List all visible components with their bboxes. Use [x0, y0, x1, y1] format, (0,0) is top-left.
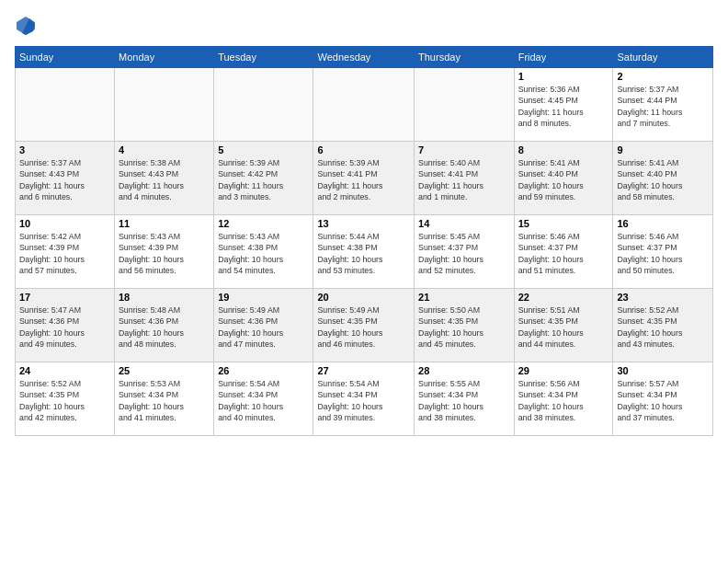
- calendar-cell: 7Sunrise: 5:40 AM Sunset: 4:41 PM Daylig…: [415, 142, 515, 215]
- weekday-header-wednesday: Wednesday: [313, 47, 415, 68]
- day-number: 21: [418, 292, 510, 303]
- day-number: 1: [518, 71, 609, 82]
- day-number: 27: [317, 365, 410, 376]
- calendar-cell: 4Sunrise: 5:38 AM Sunset: 4:43 PM Daylig…: [115, 142, 214, 215]
- day-info: Sunrise: 5:49 AM Sunset: 4:36 PM Dayligh…: [218, 304, 309, 350]
- day-info: Sunrise: 5:52 AM Sunset: 4:35 PM Dayligh…: [19, 378, 110, 423]
- page: SundayMondayTuesdayWednesdayThursdayFrid…: [0, 0, 728, 563]
- calendar-cell: 26Sunrise: 5:54 AM Sunset: 4:34 PM Dayli…: [214, 362, 313, 436]
- calendar-cell: 16Sunrise: 5:46 AM Sunset: 4:37 PM Dayli…: [613, 215, 713, 289]
- day-number: 6: [317, 144, 410, 155]
- day-number: 9: [617, 144, 709, 155]
- day-number: 15: [518, 218, 609, 229]
- day-info: Sunrise: 5:39 AM Sunset: 4:41 PM Dayligh…: [317, 157, 410, 202]
- weekday-header-sunday: Sunday: [16, 47, 115, 68]
- day-number: 23: [617, 292, 709, 303]
- calendar-cell: 9Sunrise: 5:41 AM Sunset: 4:40 PM Daylig…: [613, 142, 713, 215]
- weekday-header-saturday: Saturday: [613, 47, 713, 68]
- day-number: 14: [418, 218, 510, 229]
- day-number: 18: [119, 292, 210, 303]
- day-number: 11: [119, 218, 210, 229]
- day-info: Sunrise: 5:37 AM Sunset: 4:43 PM Dayligh…: [19, 157, 110, 202]
- calendar-cell: 22Sunrise: 5:51 AM Sunset: 4:35 PM Dayli…: [514, 289, 613, 362]
- day-info: Sunrise: 5:57 AM Sunset: 4:34 PM Dayligh…: [617, 378, 709, 423]
- day-info: Sunrise: 5:46 AM Sunset: 4:37 PM Dayligh…: [518, 231, 609, 276]
- day-info: Sunrise: 5:37 AM Sunset: 4:44 PM Dayligh…: [617, 84, 709, 129]
- day-info: Sunrise: 5:44 AM Sunset: 4:38 PM Dayligh…: [317, 231, 410, 276]
- day-number: 19: [218, 292, 309, 303]
- weekday-header-thursday: Thursday: [415, 47, 515, 68]
- day-info: Sunrise: 5:40 AM Sunset: 4:41 PM Dayligh…: [418, 157, 510, 202]
- calendar-cell: 6Sunrise: 5:39 AM Sunset: 4:41 PM Daylig…: [313, 142, 415, 215]
- day-number: 2: [617, 71, 709, 82]
- day-number: 13: [317, 218, 410, 229]
- header: [15, 15, 713, 37]
- week-row-3: 10Sunrise: 5:42 AM Sunset: 4:39 PM Dayli…: [16, 215, 713, 289]
- logo: [15, 15, 40, 37]
- day-number: 16: [617, 218, 709, 229]
- day-number: 26: [218, 365, 309, 376]
- calendar-cell: [115, 68, 214, 142]
- calendar-cell: 21Sunrise: 5:50 AM Sunset: 4:35 PM Dayli…: [415, 289, 515, 362]
- calendar-cell: 28Sunrise: 5:55 AM Sunset: 4:34 PM Dayli…: [415, 362, 515, 436]
- calendar-cell: 17Sunrise: 5:47 AM Sunset: 4:36 PM Dayli…: [16, 289, 115, 362]
- day-number: 28: [418, 365, 510, 376]
- weekday-header-row: SundayMondayTuesdayWednesdayThursdayFrid…: [16, 47, 713, 68]
- calendar-cell: 10Sunrise: 5:42 AM Sunset: 4:39 PM Dayli…: [16, 215, 115, 289]
- weekday-header-friday: Friday: [514, 47, 613, 68]
- day-number: 22: [518, 292, 609, 303]
- day-info: Sunrise: 5:56 AM Sunset: 4:34 PM Dayligh…: [518, 378, 609, 423]
- day-number: 8: [518, 144, 609, 155]
- calendar-cell: [16, 68, 115, 142]
- week-row-2: 3Sunrise: 5:37 AM Sunset: 4:43 PM Daylig…: [16, 142, 713, 215]
- day-number: 24: [19, 365, 110, 376]
- calendar-cell: 27Sunrise: 5:54 AM Sunset: 4:34 PM Dayli…: [313, 362, 415, 436]
- calendar-cell: 14Sunrise: 5:45 AM Sunset: 4:37 PM Dayli…: [415, 215, 515, 289]
- day-info: Sunrise: 5:51 AM Sunset: 4:35 PM Dayligh…: [518, 304, 609, 350]
- day-number: 25: [119, 365, 210, 376]
- calendar-cell: 12Sunrise: 5:43 AM Sunset: 4:38 PM Dayli…: [214, 215, 313, 289]
- day-info: Sunrise: 5:46 AM Sunset: 4:37 PM Dayligh…: [617, 231, 709, 276]
- calendar-cell: 2Sunrise: 5:37 AM Sunset: 4:44 PM Daylig…: [613, 68, 713, 142]
- day-info: Sunrise: 5:38 AM Sunset: 4:43 PM Dayligh…: [119, 157, 210, 202]
- calendar-cell: 24Sunrise: 5:52 AM Sunset: 4:35 PM Dayli…: [16, 362, 115, 436]
- calendar-cell: 8Sunrise: 5:41 AM Sunset: 4:40 PM Daylig…: [514, 142, 613, 215]
- calendar-cell: 18Sunrise: 5:48 AM Sunset: 4:36 PM Dayli…: [115, 289, 214, 362]
- calendar-header: SundayMondayTuesdayWednesdayThursdayFrid…: [16, 47, 713, 68]
- day-info: Sunrise: 5:36 AM Sunset: 4:45 PM Dayligh…: [518, 84, 609, 129]
- calendar-cell: [313, 68, 415, 142]
- calendar-cell: [415, 68, 515, 142]
- calendar-cell: 13Sunrise: 5:44 AM Sunset: 4:38 PM Dayli…: [313, 215, 415, 289]
- day-info: Sunrise: 5:53 AM Sunset: 4:34 PM Dayligh…: [119, 378, 210, 423]
- day-number: 10: [19, 218, 110, 229]
- calendar-cell: 15Sunrise: 5:46 AM Sunset: 4:37 PM Dayli…: [514, 215, 613, 289]
- calendar-cell: 3Sunrise: 5:37 AM Sunset: 4:43 PM Daylig…: [16, 142, 115, 215]
- day-info: Sunrise: 5:54 AM Sunset: 4:34 PM Dayligh…: [218, 378, 309, 423]
- weekday-header-monday: Monday: [115, 47, 214, 68]
- week-row-4: 17Sunrise: 5:47 AM Sunset: 4:36 PM Dayli…: [16, 289, 713, 362]
- calendar-body: 1Sunrise: 5:36 AM Sunset: 4:45 PM Daylig…: [16, 68, 713, 436]
- day-info: Sunrise: 5:49 AM Sunset: 4:35 PM Dayligh…: [317, 304, 410, 350]
- weekday-header-tuesday: Tuesday: [214, 47, 313, 68]
- day-info: Sunrise: 5:41 AM Sunset: 4:40 PM Dayligh…: [518, 157, 609, 202]
- day-number: 4: [119, 144, 210, 155]
- calendar-cell: 29Sunrise: 5:56 AM Sunset: 4:34 PM Dayli…: [514, 362, 613, 436]
- day-info: Sunrise: 5:48 AM Sunset: 4:36 PM Dayligh…: [119, 304, 210, 350]
- day-info: Sunrise: 5:39 AM Sunset: 4:42 PM Dayligh…: [218, 157, 309, 202]
- day-info: Sunrise: 5:43 AM Sunset: 4:39 PM Dayligh…: [119, 231, 210, 276]
- week-row-1: 1Sunrise: 5:36 AM Sunset: 4:45 PM Daylig…: [16, 68, 713, 142]
- day-info: Sunrise: 5:47 AM Sunset: 4:36 PM Dayligh…: [19, 304, 110, 350]
- day-info: Sunrise: 5:41 AM Sunset: 4:40 PM Dayligh…: [617, 157, 709, 202]
- day-info: Sunrise: 5:50 AM Sunset: 4:35 PM Dayligh…: [418, 304, 510, 350]
- calendar-cell: 11Sunrise: 5:43 AM Sunset: 4:39 PM Dayli…: [115, 215, 214, 289]
- calendar-cell: 23Sunrise: 5:52 AM Sunset: 4:35 PM Dayli…: [613, 289, 713, 362]
- day-info: Sunrise: 5:42 AM Sunset: 4:39 PM Dayligh…: [19, 231, 110, 276]
- day-info: Sunrise: 5:55 AM Sunset: 4:34 PM Dayligh…: [418, 378, 510, 423]
- logo-icon: [15, 15, 37, 37]
- calendar-cell: 1Sunrise: 5:36 AM Sunset: 4:45 PM Daylig…: [514, 68, 613, 142]
- calendar-cell: 20Sunrise: 5:49 AM Sunset: 4:35 PM Dayli…: [313, 289, 415, 362]
- day-number: 20: [317, 292, 410, 303]
- calendar-cell: 25Sunrise: 5:53 AM Sunset: 4:34 PM Dayli…: [115, 362, 214, 436]
- day-number: 3: [19, 144, 110, 155]
- day-info: Sunrise: 5:43 AM Sunset: 4:38 PM Dayligh…: [218, 231, 309, 276]
